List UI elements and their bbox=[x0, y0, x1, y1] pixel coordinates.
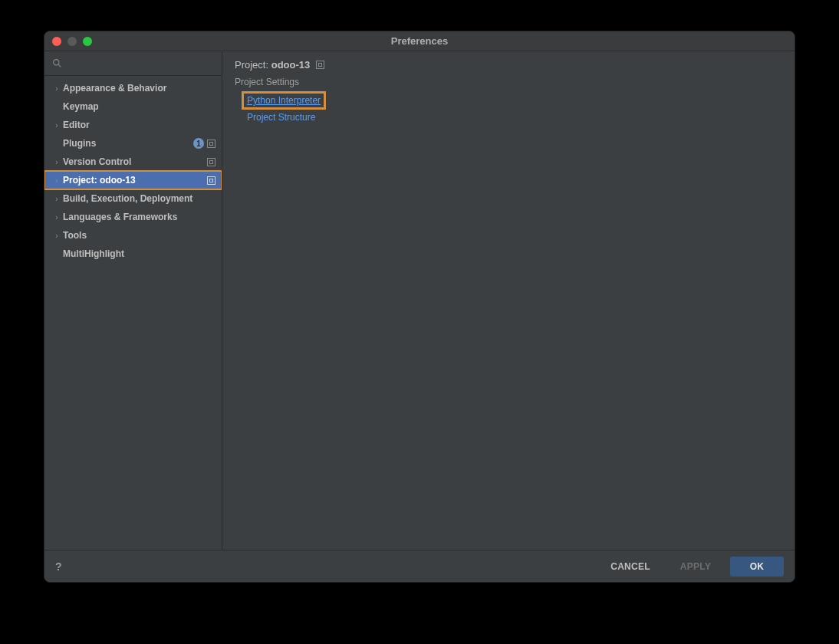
settings-tree: ›Appearance & BehaviorKeymap›EditorPlugi… bbox=[44, 76, 222, 550]
preferences-window: Preferences ›Appearance & BehaviorKeymap… bbox=[44, 31, 795, 583]
chevron-right-icon: › bbox=[52, 232, 61, 240]
project-settings-link[interactable]: Project Structure bbox=[244, 110, 318, 124]
chevron-right-icon: › bbox=[52, 213, 61, 222]
main-header: Project: odoo-13 bbox=[222, 51, 795, 74]
sidebar-item[interactable]: ›Appearance & Behavior bbox=[44, 79, 222, 97]
sidebar-item-label: Project: odoo-13 bbox=[63, 175, 207, 186]
chevron-right-icon: › bbox=[52, 158, 61, 166]
sidebar-item-label: Version Control bbox=[63, 156, 207, 167]
sidebar-item[interactable]: ›Build, Execution, Deployment bbox=[44, 189, 222, 208]
chevron-right-icon: › bbox=[52, 176, 61, 185]
close-window-button[interactable] bbox=[52, 37, 61, 46]
svg-point-0 bbox=[54, 60, 59, 65]
sidebar-item[interactable]: ›Tools bbox=[44, 226, 222, 245]
breadcrumb-prefix: Project: bbox=[235, 59, 268, 71]
chevron-right-icon: › bbox=[52, 195, 61, 203]
sidebar: ›Appearance & BehaviorKeymap›EditorPlugi… bbox=[44, 51, 222, 550]
update-badge: 1 bbox=[193, 138, 204, 149]
svg-line-1 bbox=[58, 64, 61, 67]
breadcrumb: Project: odoo-13 bbox=[235, 59, 310, 71]
apply-button: APPLY bbox=[669, 557, 722, 577]
sidebar-item[interactable]: ›Project: odoo-13 bbox=[44, 171, 222, 189]
sidebar-item-label: Editor bbox=[63, 120, 216, 130]
project-scope-icon bbox=[207, 176, 216, 185]
chevron-right-icon: › bbox=[52, 84, 61, 93]
sidebar-item[interactable]: ›Editor bbox=[44, 116, 222, 134]
search-box[interactable] bbox=[44, 51, 222, 76]
breadcrumb-project: odoo-13 bbox=[271, 59, 311, 71]
sidebar-item-label: Keymap bbox=[63, 101, 216, 112]
project-settings-links: Python InterpreterProject Structure bbox=[222, 90, 795, 124]
search-icon bbox=[52, 58, 62, 68]
help-button[interactable]: ? bbox=[55, 560, 62, 573]
project-scope-icon bbox=[207, 158, 216, 166]
window-title: Preferences bbox=[44, 35, 795, 47]
section-title: Project Settings bbox=[222, 74, 795, 90]
sidebar-item-label: Plugins bbox=[63, 138, 193, 149]
sidebar-item[interactable]: Keymap bbox=[44, 97, 222, 116]
sidebar-item-label: Appearance & Behavior bbox=[63, 83, 216, 94]
project-scope-icon bbox=[207, 140, 216, 148]
sidebar-item-label: Build, Execution, Deployment bbox=[63, 193, 216, 204]
search-input[interactable] bbox=[67, 58, 214, 69]
sidebar-item-label: Languages & Frameworks bbox=[63, 212, 216, 222]
minimize-window-button[interactable] bbox=[67, 37, 77, 46]
zoom-window-button[interactable] bbox=[83, 37, 92, 46]
sidebar-item[interactable]: Plugins1 bbox=[44, 134, 222, 153]
main-panel: Project: odoo-13 Project Settings Python… bbox=[222, 51, 795, 550]
dialog-footer: ? CANCEL APPLY OK bbox=[44, 550, 795, 582]
ok-button[interactable]: OK bbox=[730, 557, 784, 577]
window-controls bbox=[52, 37, 92, 46]
cancel-button[interactable]: CANCEL bbox=[600, 557, 661, 577]
titlebar: Preferences bbox=[44, 31, 795, 51]
sidebar-item[interactable]: ›Version Control bbox=[44, 153, 222, 171]
chevron-right-icon: › bbox=[52, 121, 61, 130]
sidebar-item[interactable]: MultiHighlight bbox=[44, 245, 222, 263]
sidebar-item-label: Tools bbox=[63, 230, 216, 241]
sidebar-item[interactable]: ›Languages & Frameworks bbox=[44, 208, 222, 226]
dialog-body: ›Appearance & BehaviorKeymap›EditorPlugi… bbox=[44, 51, 795, 550]
sidebar-item-label: MultiHighlight bbox=[63, 248, 216, 259]
project-settings-link[interactable]: Python Interpreter bbox=[244, 94, 324, 107]
project-scope-icon bbox=[316, 61, 324, 69]
